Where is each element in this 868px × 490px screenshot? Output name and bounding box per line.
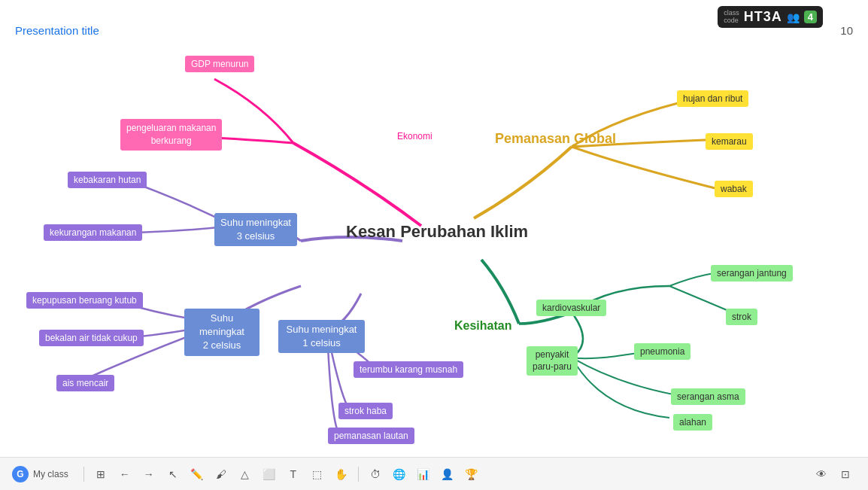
ais-mencair: ais mencair bbox=[56, 375, 114, 391]
central-node: Kesan Perubahan Iklim bbox=[346, 222, 528, 242]
eraser-btn[interactable]: ⬜ bbox=[259, 464, 280, 485]
slide-number: 10 bbox=[840, 24, 853, 37]
grid-view-btn[interactable]: ⊞ bbox=[90, 464, 111, 485]
suhu-1-celsius: Suhu meningkat1 celsius bbox=[278, 320, 365, 353]
serangan-jantung: serangan jantung bbox=[711, 265, 793, 282]
my-class-logo[interactable]: G My class bbox=[12, 466, 68, 482]
wabak: wabak bbox=[715, 181, 753, 197]
globe-btn[interactable]: 🌐 bbox=[389, 464, 410, 485]
kardiovaskular: kardiovaskular bbox=[536, 300, 606, 316]
text-btn[interactable]: T bbox=[283, 464, 304, 485]
frame-btn[interactable]: ⬚ bbox=[307, 464, 328, 485]
kebakaran-hutan: kebakaran hutan bbox=[68, 172, 147, 188]
strok-haba: strok haba bbox=[338, 403, 393, 419]
timer-btn[interactable]: ⏱ bbox=[365, 464, 386, 485]
view-btn[interactable]: 👁 bbox=[811, 464, 832, 485]
hujan-dan-ribut: hujan dan ribut bbox=[677, 90, 748, 107]
penyakit-paru-paru: penyakitparu-paru bbox=[527, 346, 578, 376]
award-btn[interactable]: 🏆 bbox=[461, 464, 482, 485]
shapes-btn[interactable]: △ bbox=[235, 464, 256, 485]
pointer-btn[interactable]: ↖ bbox=[162, 464, 184, 485]
kekurangan-makanan: kekurangan makanan bbox=[44, 224, 142, 241]
serangan-asma: serangan asma bbox=[671, 388, 745, 405]
logo-circle: G bbox=[12, 466, 29, 482]
my-class-label: My class bbox=[33, 469, 68, 479]
pneumonia: pneumonia bbox=[634, 343, 690, 360]
bekalan-air: bekalan air tidak cukup bbox=[39, 330, 144, 346]
chart-btn[interactable]: 📊 bbox=[413, 464, 434, 485]
toolbar: G My class ⊞ ← → ↖ ✏️ 🖌 △ ⬜ T ⬚ ✋ ⏱ 🌐 📊 … bbox=[0, 457, 868, 490]
strok: strok bbox=[726, 309, 757, 325]
drag-btn[interactable]: ✋ bbox=[331, 464, 352, 485]
back-btn[interactable]: ← bbox=[114, 464, 135, 485]
toolbar-separator-1 bbox=[83, 467, 84, 482]
exit-btn[interactable]: ⊡ bbox=[835, 464, 856, 485]
ekonomi-label: Ekonomi bbox=[391, 128, 439, 145]
kepupusan-beruang-kutub: kepupusan beruang kutub bbox=[26, 292, 143, 309]
suhu-3-celsius: Suhu meningkat3 celsius bbox=[214, 213, 297, 246]
alahan: alahan bbox=[673, 414, 712, 431]
kemarau: kemarau bbox=[706, 133, 753, 150]
toolbar-separator-2 bbox=[358, 467, 359, 482]
user-btn[interactable]: 👤 bbox=[437, 464, 458, 485]
pen-btn[interactable]: ✏️ bbox=[187, 464, 208, 485]
toolbar-right: 👁 ⊡ bbox=[811, 464, 856, 485]
suhu-2-celsius: Suhumeningkat2 celsius bbox=[184, 309, 259, 356]
pemanasan-lautan: pemanasan lautan bbox=[328, 428, 414, 444]
kesihatan-label: Kesihatan bbox=[448, 316, 517, 336]
forward-btn[interactable]: → bbox=[138, 464, 159, 485]
pemanasan-global-label: Pemanasan Global bbox=[489, 128, 622, 150]
highlighter-btn[interactable]: 🖌 bbox=[211, 464, 232, 485]
pengeluaran-makanan: pengeluaran makananberkurang bbox=[120, 119, 222, 151]
terumbu-karang: terumbu karang musnah bbox=[354, 361, 463, 378]
presentation-title[interactable]: Presentation title bbox=[15, 24, 99, 37]
